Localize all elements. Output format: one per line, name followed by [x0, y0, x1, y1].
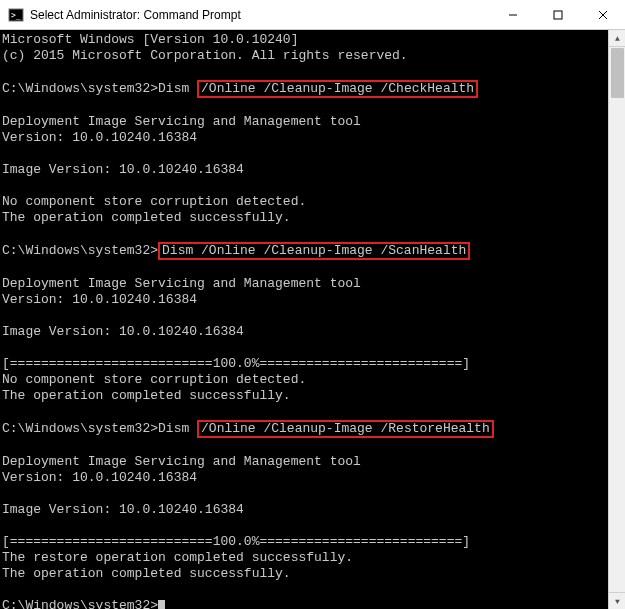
output-line: The operation completed successfully.	[2, 388, 291, 403]
highlighted-command: /Online /Cleanup-Image /RestoreHealth	[197, 420, 494, 438]
svg-rect-3	[554, 11, 562, 19]
output-line: Microsoft Windows [Version 10.0.10240]	[2, 32, 298, 47]
scroll-thumb[interactable]	[611, 48, 624, 98]
output-line: Version: 10.0.10240.16384	[2, 130, 197, 145]
output-line: No component store corruption detected.	[2, 194, 306, 209]
prompt-path: C:\Windows\system32>	[2, 421, 158, 436]
output-line: No component store corruption detected.	[2, 372, 306, 387]
highlighted-command: Dism /Online /Cleanup-Image /ScanHealth	[158, 242, 470, 260]
command-text: Dism	[158, 81, 197, 96]
prompt-path: C:\Windows\system32>	[2, 598, 158, 609]
scroll-down-button[interactable]: ▼	[609, 592, 625, 609]
minimize-button[interactable]	[490, 0, 535, 29]
window-titlebar: >_ Select Administrator: Command Prompt	[0, 0, 625, 30]
maximize-button[interactable]	[535, 0, 580, 29]
output-line: Image Version: 10.0.10240.16384	[2, 502, 244, 517]
vertical-scrollbar[interactable]: ▲ ▼	[608, 30, 625, 609]
output-line: Image Version: 10.0.10240.16384	[2, 324, 244, 339]
highlighted-command: /Online /Cleanup-Image /CheckHealth	[197, 80, 478, 98]
cmd-icon: >_	[8, 7, 24, 23]
scroll-up-button[interactable]: ▲	[609, 30, 625, 47]
window-title: Select Administrator: Command Prompt	[30, 8, 490, 22]
svg-text:>_: >_	[11, 11, 21, 20]
terminal-output[interactable]: Microsoft Windows [Version 10.0.10240] (…	[0, 30, 608, 609]
close-button[interactable]	[580, 0, 625, 29]
output-line: The restore operation completed successf…	[2, 550, 353, 565]
output-line: Image Version: 10.0.10240.16384	[2, 162, 244, 177]
prompt-path: C:\Windows\system32>	[2, 243, 158, 258]
output-line: The operation completed successfully.	[2, 210, 291, 225]
prompt-path: C:\Windows\system32>	[2, 81, 158, 96]
window-controls	[490, 0, 625, 29]
output-line: Version: 10.0.10240.16384	[2, 470, 197, 485]
output-line: Deployment Image Servicing and Managemen…	[2, 114, 361, 129]
output-line: Deployment Image Servicing and Managemen…	[2, 454, 361, 469]
output-line: Deployment Image Servicing and Managemen…	[2, 276, 361, 291]
command-text: Dism	[158, 421, 197, 436]
output-line: (c) 2015 Microsoft Corporation. All righ…	[2, 48, 408, 63]
text-cursor	[158, 600, 165, 609]
progress-bar: [==========================100.0%=======…	[2, 534, 470, 549]
output-line: Version: 10.0.10240.16384	[2, 292, 197, 307]
progress-bar: [==========================100.0%=======…	[2, 356, 470, 371]
output-line: The operation completed successfully.	[2, 566, 291, 581]
